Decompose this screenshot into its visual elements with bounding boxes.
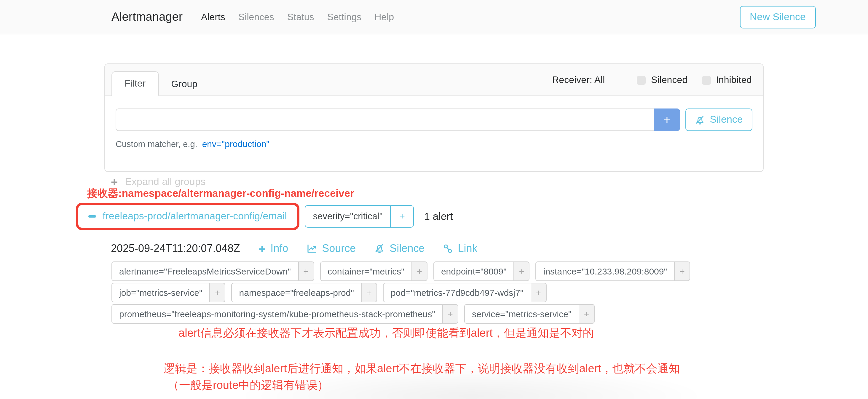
silence-link-label: Silence (390, 242, 425, 255)
checkbox-icon (702, 75, 711, 85)
hint-example-link[interactable]: env="production" (202, 139, 270, 149)
label-endpoint: endpoint="8009" + (433, 262, 530, 281)
silence-button-label: Silence (710, 114, 743, 126)
label-button[interactable]: service="metrics-service" (464, 304, 579, 324)
plus-icon: + (663, 113, 670, 126)
annotation-logic-note-line2: （一般是route中的逻辑有错误） (168, 378, 329, 393)
label-add-filter-button[interactable]: + (530, 283, 546, 302)
plus-icon: + (447, 309, 453, 319)
label-add-filter-button[interactable]: + (514, 262, 530, 281)
label-prometheus: prometheus="freeleaps-monitoring-system/… (112, 304, 458, 324)
matcher-hint: Custom matcher, e.g. env="production" (116, 139, 752, 149)
label-add-filter-button[interactable]: + (361, 283, 377, 302)
silence-link[interactable]: Silence (374, 242, 425, 255)
plus-icon: + (584, 309, 589, 319)
navbar: Alertmanager Alerts Silences Status Sett… (0, 0, 868, 34)
matcher-input[interactable] (116, 109, 654, 131)
plus-icon: + (399, 211, 405, 222)
label-add-filter-button[interactable]: + (210, 283, 226, 302)
alertmanager-page: Alertmanager Alerts Silences Status Sett… (0, 0, 868, 399)
filter-panel-body: + Silence Custom matcher, e.g. env="prod… (105, 96, 763, 149)
alert-labels: alertname="FreeleapsMetricsServiceDown" … (112, 262, 776, 326)
inhibited-checkbox[interactable]: Inhibited (702, 75, 752, 85)
label-button[interactable]: pod="metrics-77d9cdb497-wdsj7" (383, 283, 531, 302)
add-matcher-button[interactable]: + (654, 109, 680, 131)
plus-icon: + (536, 287, 541, 298)
plus-icon: + (258, 242, 266, 255)
source-link[interactable]: Source (307, 242, 356, 255)
plus-icon: + (679, 266, 685, 276)
filter-panel-header: Filter Group Receiver: All Silenced Inhi… (105, 64, 763, 96)
group-matcher-button[interactable]: severity="critical" (305, 205, 391, 228)
tab-filter[interactable]: Filter (112, 71, 159, 96)
label-namespace: namespace="freeleaps-prod" + (231, 283, 377, 302)
group-matcher-add-button[interactable]: + (391, 205, 414, 228)
silenced-checkbox[interactable]: Silenced (637, 75, 687, 85)
label-container: container="metrics" + (320, 262, 428, 281)
nav-item-status[interactable]: Status (281, 11, 321, 22)
plus-icon: + (215, 287, 220, 298)
bell-slash-icon (374, 243, 385, 254)
label-button[interactable]: prometheus="freeleaps-monitoring-system/… (112, 304, 443, 324)
label-instance: instance="10.233.98.209:8009" + (536, 262, 690, 281)
label-button[interactable]: job="metrics-service" (112, 283, 210, 302)
silence-filter-button[interactable]: Silence (685, 109, 752, 131)
hint-text: Custom matcher, e.g. (116, 139, 197, 149)
label-button[interactable]: container="metrics" (320, 262, 412, 281)
plus-icon: + (366, 287, 372, 298)
silenced-checkbox-label: Silenced (651, 75, 687, 85)
label-button[interactable]: alertname="FreeleapsMetricsServiceDown" (112, 262, 299, 281)
plus-icon: + (303, 266, 309, 276)
label-pod: pod="metrics-77d9cdb497-wdsj7" + (383, 283, 546, 302)
filter-panel: Filter Group Receiver: All Silenced Inhi… (104, 63, 764, 172)
annotation-alert-note: alert信息必须在接收器下才表示配置成功，否则即使能看到alert，但是通知是… (179, 326, 594, 341)
annotation-highlight-box: freeleaps-prod/alertmanager-config/email (76, 203, 300, 230)
annotation-logic-note-line1: 逻辑是：接收器收到alert后进行通知，如果alert不在接收器下，说明接收器没… (164, 361, 680, 376)
label-add-filter-button[interactable]: + (411, 262, 428, 281)
alert-timestamp: 2025-09-24T11:20:07.048Z (111, 242, 240, 255)
label-button[interactable]: namespace="freeleaps-prod" (231, 283, 362, 302)
group-matcher-buttons: severity="critical" + (305, 205, 414, 228)
receiver-group-name: freeleaps-prod/alertmanager-config/email (102, 211, 287, 222)
plus-icon: + (417, 266, 422, 276)
link-icon (443, 243, 453, 253)
bell-slash-icon (695, 115, 705, 125)
label-button[interactable]: endpoint="8009" (433, 262, 514, 281)
nav-links: Alerts Silences Status Settings Help (194, 11, 401, 22)
label-button[interactable]: instance="10.233.98.209:8009" (536, 262, 675, 281)
info-link-label: Info (270, 242, 288, 255)
label-add-filter-button[interactable]: + (298, 262, 314, 281)
label-add-filter-button[interactable]: + (442, 304, 458, 324)
tab-group[interactable]: Group (159, 72, 210, 96)
nav-item-silences[interactable]: Silences (232, 11, 281, 22)
checkbox-icon (637, 75, 646, 85)
label-alertname: alertname="FreeleapsMetricsServiceDown" … (112, 262, 314, 281)
filter-options: Receiver: All Silenced Inhibited (552, 64, 752, 96)
receiver-group-link[interactable]: freeleaps-prod/alertmanager-config/email (88, 211, 287, 222)
nav-item-settings[interactable]: Settings (321, 11, 368, 22)
alert-count: 1 alert (424, 210, 453, 223)
collapse-minus-icon (88, 216, 96, 218)
label-service: service="metrics-service" + (464, 304, 595, 324)
plus-icon: + (519, 266, 524, 276)
new-silence-button[interactable]: New Silence (740, 6, 816, 28)
nav-item-alerts[interactable]: Alerts (194, 11, 232, 22)
source-link-label: Source (322, 242, 356, 255)
link-link-label: Link (458, 242, 477, 255)
alert-detail-row: 2025-09-24T11:20:07.048Z + Info Source (111, 239, 477, 258)
label-job: job="metrics-service" + (112, 283, 226, 302)
alert-group-header: freeleaps-prod/alertmanager-config/email… (76, 203, 453, 230)
receiver-filter-label[interactable]: Receiver: All (552, 75, 605, 85)
annotation-receiver-note: 接收器:namespace/altermanager-config-name/r… (87, 186, 354, 201)
inhibited-checkbox-label: Inhibited (716, 75, 752, 85)
chart-line-icon (307, 243, 317, 254)
tab-bar: Filter Group (112, 71, 210, 96)
label-add-filter-button[interactable]: + (674, 262, 690, 281)
link-link[interactable]: Link (443, 242, 477, 255)
label-add-filter-button[interactable]: + (578, 304, 594, 324)
nav-item-help[interactable]: Help (368, 11, 401, 22)
brand[interactable]: Alertmanager (112, 10, 183, 24)
info-link[interactable]: + Info (258, 242, 288, 255)
